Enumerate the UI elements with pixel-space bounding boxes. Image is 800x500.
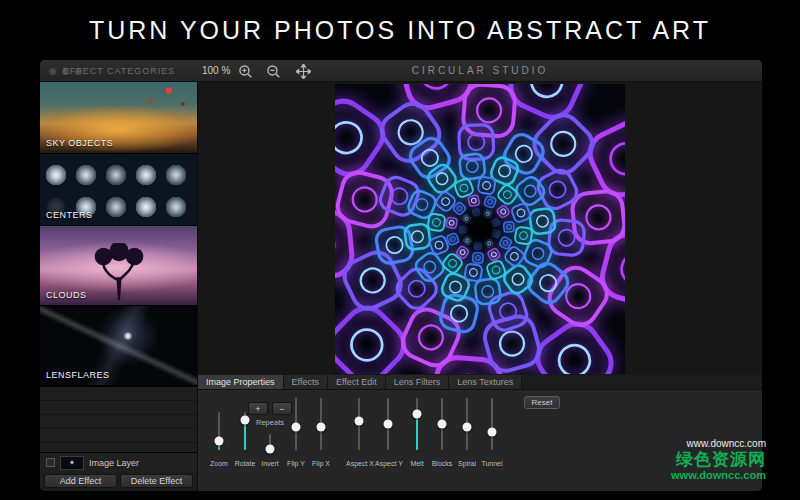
effect-categories-header: EFFECT CATEGORIES (40, 60, 198, 82)
slider-handle[interactable] (317, 422, 326, 431)
slider-zoom[interactable]: Zoom (206, 390, 232, 491)
reset-button[interactable]: Reset (524, 396, 560, 409)
banner-title: TURN YOUR PHOTOS INTO ABSTRACT ART (89, 16, 711, 45)
category-centers[interactable]: CENTERS (40, 154, 197, 226)
watermark: www.downcc.com 绿色资源网 www.downcc.com (671, 438, 766, 482)
slider-label: Flip X (308, 460, 334, 467)
watermark-url-green: www.downcc.com (671, 469, 766, 482)
slider-aspect-x[interactable]: Aspect X (346, 390, 372, 491)
slider-handle[interactable] (438, 420, 447, 429)
slider-label: Aspect X (346, 460, 372, 467)
slider-label: Zoom (206, 460, 232, 467)
tab-effect-edit[interactable]: Effect Edit (328, 375, 386, 389)
canvas-area (198, 82, 762, 375)
tab-effects[interactable]: Effects (284, 375, 328, 389)
add-effect-button[interactable]: Add Effect (44, 474, 117, 488)
slider-spiral[interactable]: Spiral (454, 390, 480, 491)
slider-handle[interactable] (384, 420, 393, 429)
slider-melt[interactable]: Melt (404, 390, 430, 491)
panel-tabs: Image PropertiesEffectsEffect EditLens F… (198, 375, 762, 390)
app-window: EFFECT CATEGORIES 100 % (40, 60, 762, 491)
slider-handle[interactable] (266, 445, 275, 454)
category-label: LENSFLARES (46, 370, 110, 380)
category-clouds[interactable]: CLOUDS (40, 226, 197, 306)
slider-label: Spiral (454, 460, 480, 467)
slider-handle[interactable] (413, 409, 422, 418)
banner: TURN YOUR PHOTOS INTO ABSTRACT ART (0, 0, 800, 60)
slider-label: Flip Y (283, 460, 309, 467)
slider-label: Aspect Y (375, 460, 401, 467)
slider-handle[interactable] (463, 422, 472, 431)
effect-layers-list (40, 386, 197, 452)
app-title: CIRCULAR STUDIO (198, 60, 762, 82)
slider-aspect-y[interactable]: Aspect Y (375, 390, 401, 491)
slider-handle[interactable] (488, 427, 497, 436)
slider-handle[interactable] (215, 436, 224, 445)
repeats-control: + − Repeats (240, 402, 300, 427)
slider-label: Blocks (429, 460, 455, 467)
slider-label: Invert (257, 460, 283, 467)
slider-flip-x[interactable]: Flip X (308, 390, 334, 491)
slider-label: Rotate (232, 460, 258, 467)
layer-visibility-checkbox[interactable] (46, 458, 55, 467)
tree-silhouette-icon (77, 243, 161, 301)
tab-lens-filters[interactable]: Lens Filters (386, 375, 450, 389)
abstract-art-canvas[interactable] (335, 84, 625, 374)
watermark-url-white: www.downcc.com (671, 438, 766, 450)
slider-fill (416, 414, 418, 450)
watermark-site-name: 绿色资源网 (671, 450, 766, 470)
category-label: CLOUDS (46, 290, 87, 300)
category-lensflares[interactable]: LENSFLARES (40, 306, 197, 386)
slider-blocks[interactable]: Blocks (429, 390, 455, 491)
slider-handle[interactable] (355, 417, 364, 426)
layer-name: Image Layer (89, 458, 139, 468)
repeats-increase-button[interactable]: + (248, 402, 268, 415)
repeats-decrease-button[interactable]: − (272, 402, 292, 415)
delete-effect-button[interactable]: Delete Effect (120, 474, 193, 488)
slider-tunnel[interactable]: Tunnel (479, 390, 505, 491)
slider-label: Tunnel (479, 460, 505, 467)
sidebar-buttons: Add Effect Delete Effect (40, 472, 197, 491)
category-sky-objects[interactable]: SKY OBJECTS (40, 82, 197, 154)
tab-lens-textures[interactable]: Lens Textures (449, 375, 522, 389)
slider-label: Melt (404, 460, 430, 467)
toolbar: EFFECT CATEGORIES 100 % (40, 60, 762, 82)
category-label: SKY OBJECTS (46, 138, 113, 148)
image-layer-row[interactable]: Image Layer (40, 452, 197, 472)
sidebar: SKY OBJECTS CENTERS CLOUDS LENSFLARES (40, 82, 198, 491)
tab-image-properties[interactable]: Image Properties (198, 375, 284, 389)
layer-thumbnail (60, 456, 84, 470)
repeats-label: Repeats (240, 418, 300, 427)
category-label: CENTERS (46, 210, 93, 220)
